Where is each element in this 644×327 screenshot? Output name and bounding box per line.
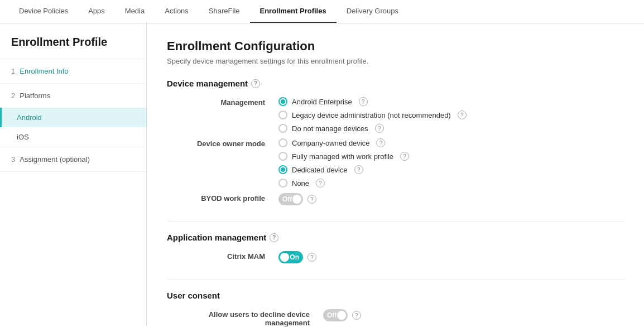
user-consent-section: User consent Allow users to decline devi… [167, 291, 624, 326]
step-2-label: Platforms [20, 92, 50, 100]
sidebar-step-2[interactable]: 2 Platforms [0, 84, 146, 108]
allow-decline-toggle-knob [337, 311, 346, 320]
sidebar-item-ios[interactable]: iOS [0, 127, 146, 147]
top-nav: Device Policies Apps Media Actions Share… [0, 0, 644, 23]
device-owner-mode-field: Device owner mode Company-owned device ?… [167, 138, 624, 187]
byod-work-profile-field: BYOD work profile Off ? [167, 193, 624, 205]
citrix-mam-toggle-knob [280, 253, 289, 262]
management-option-legacy-label: Legacy device administration (not recomm… [292, 111, 451, 119]
tab-sharefile[interactable]: ShareFile [199, 0, 250, 23]
sidebar-section-assignment: 3 Assignment (optional) [0, 147, 146, 172]
none-help-icon[interactable]: ? [316, 179, 325, 187]
tab-media[interactable]: Media [115, 0, 155, 23]
owner-mode-fully-managed[interactable]: Fully managed with work profile ? [278, 152, 624, 161]
byod-toggle[interactable]: Off [278, 193, 303, 205]
citrix-mam-toggle-container: On ? [278, 251, 624, 263]
sidebar-item-android[interactable]: Android [0, 108, 146, 127]
step-1-number: 1 [11, 67, 15, 75]
owner-mode-company-owned-label: Company-owned device [292, 139, 369, 147]
management-label: Management [167, 97, 278, 107]
page-title: Enrollment Configuration [167, 39, 624, 54]
step-3-label: Assignment (optional) [20, 155, 90, 164]
management-option-legacy[interactable]: Legacy device administration (not recomm… [278, 110, 624, 119]
sidebar: Enrollment Profile 1 Enrollment Info 2 P… [0, 23, 147, 326]
citrix-mam-toggle-label: On [290, 253, 299, 261]
application-management-heading: Application management ? [167, 233, 624, 242]
citrix-mam-field: Citrix MAM On ? [167, 251, 624, 263]
fully-managed-help-icon[interactable]: ? [400, 152, 409, 161]
page-subtitle: Specify device management settings for t… [167, 57, 624, 65]
no-manage-help-icon[interactable]: ? [375, 124, 384, 133]
owner-mode-fully-managed-label: Fully managed with work profile [292, 152, 393, 161]
step-2-number: 2 [11, 92, 15, 100]
allow-decline-toggle-container: Off ? [323, 309, 624, 321]
application-management-label: Application management [167, 233, 266, 242]
application-management-section: Application management ? Citrix MAM On ? [167, 233, 624, 263]
citrix-mam-help-icon[interactable]: ? [307, 253, 316, 262]
management-option-android-enterprise[interactable]: Android Enterprise ? [278, 97, 624, 106]
allow-decline-controls: Off ? [323, 309, 624, 321]
management-option-no-manage-label: Do not manage devices [292, 124, 368, 133]
byod-toggle-label: Off [282, 195, 292, 203]
tab-actions[interactable]: Actions [155, 0, 199, 23]
device-management-help-icon[interactable]: ? [251, 79, 260, 88]
user-consent-heading: User consent [167, 291, 624, 300]
management-options: Android Enterprise ? Legacy device admin… [278, 97, 624, 133]
sidebar-section-platforms: 2 Platforms Android iOS [0, 84, 146, 147]
radio-company-owned[interactable] [278, 138, 287, 147]
owner-mode-dedicated-label: Dedicated device [292, 166, 348, 174]
sidebar-step-3[interactable]: 3 Assignment (optional) [0, 147, 146, 171]
byod-work-profile-label: BYOD work profile [167, 193, 278, 203]
allow-decline-label: Allow users to decline device management [167, 309, 323, 326]
owner-mode-none-label: None [292, 179, 309, 187]
byod-help-icon[interactable]: ? [307, 195, 316, 204]
step-1-label: Enrollment Info [20, 67, 68, 75]
tab-delivery-groups[interactable]: Delivery Groups [337, 0, 408, 23]
owner-mode-none[interactable]: None ? [278, 179, 624, 187]
allow-decline-toggle[interactable]: Off [323, 309, 348, 321]
tab-enrollment-profiles[interactable]: Enrollment Profiles [250, 0, 337, 23]
content-area: Enrollment Configuration Specify device … [147, 23, 644, 326]
radio-android-enterprise[interactable] [278, 97, 287, 106]
byod-toggle-controls: Off ? [278, 193, 624, 205]
management-field: Management Android Enterprise ? Legacy d… [167, 97, 624, 133]
citrix-mam-controls: On ? [278, 251, 624, 263]
radio-none[interactable] [278, 179, 287, 187]
allow-decline-toggle-label: Off [327, 311, 337, 319]
citrix-mam-toggle[interactable]: On [278, 251, 303, 263]
sidebar-title: Enrollment Profile [0, 23, 146, 59]
user-consent-label: User consent [167, 291, 220, 300]
allow-decline-help-icon[interactable]: ? [352, 311, 361, 320]
device-management-heading: Device management ? [167, 79, 624, 88]
byod-toggle-container: Off ? [278, 193, 624, 205]
legacy-help-icon[interactable]: ? [458, 110, 467, 119]
owner-mode-company-owned[interactable]: Company-owned device ? [278, 138, 624, 147]
byod-toggle-knob [292, 195, 301, 204]
section-divider-2 [167, 279, 624, 280]
device-management-section: Device management ? Management Android E… [167, 79, 624, 205]
allow-decline-field: Allow users to decline device management… [167, 309, 624, 326]
owner-mode-dedicated[interactable]: Dedicated device ? [278, 165, 624, 174]
step-3-number: 3 [11, 155, 15, 164]
section-divider-1 [167, 221, 624, 222]
company-owned-help-icon[interactable]: ? [376, 138, 385, 147]
sidebar-section-enrollment-info: 1 Enrollment Info [0, 59, 146, 84]
citrix-mam-label: Citrix MAM [167, 251, 278, 261]
application-management-help-icon[interactable]: ? [270, 233, 278, 242]
sidebar-step-1[interactable]: 1 Enrollment Info [0, 59, 146, 83]
management-option-no-manage[interactable]: Do not manage devices ? [278, 124, 624, 133]
device-owner-mode-options: Company-owned device ? Fully managed wit… [278, 138, 624, 187]
radio-legacy[interactable] [278, 110, 287, 119]
radio-dedicated[interactable] [278, 165, 287, 174]
dedicated-help-icon[interactable]: ? [354, 165, 363, 174]
radio-no-manage[interactable] [278, 124, 287, 133]
device-management-label: Device management [167, 79, 248, 88]
tab-apps[interactable]: Apps [78, 0, 115, 23]
android-enterprise-help-icon[interactable]: ? [359, 97, 368, 106]
device-owner-mode-label: Device owner mode [167, 138, 278, 148]
management-option-android-enterprise-label: Android Enterprise [292, 98, 352, 106]
main-layout: Enrollment Profile 1 Enrollment Info 2 P… [0, 23, 644, 326]
radio-fully-managed[interactable] [278, 152, 287, 161]
tab-device-policies[interactable]: Device Policies [9, 0, 78, 23]
